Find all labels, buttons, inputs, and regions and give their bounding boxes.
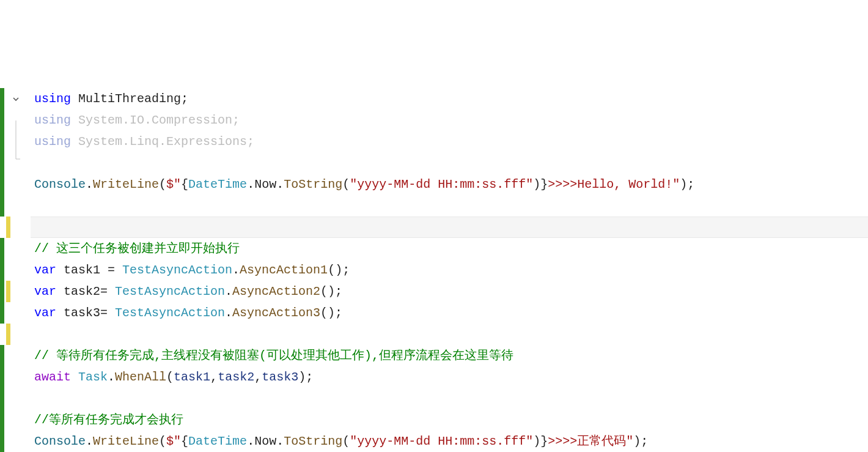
punct-token: .: [86, 177, 93, 191]
code-content[interactable]: var task2= TestAsyncAction.AsyncAction2(…: [31, 281, 342, 302]
code-line[interactable]: [0, 388, 868, 409]
marker-slot: [6, 431, 10, 452]
method-token: WhenAll: [115, 370, 166, 384]
type-token: TestAsyncAction: [115, 306, 225, 320]
gutter: [0, 366, 31, 388]
punct-token: .: [86, 434, 93, 448]
code-content[interactable]: var task1 = TestAsyncAction.AsyncAction1…: [31, 259, 350, 281]
local-token: task3: [262, 370, 298, 384]
code-line[interactable]: //等所有任务完成才会执行: [0, 409, 868, 431]
change-marker: [0, 131, 4, 152]
change-marker: [0, 174, 4, 195]
keyword-token: using: [34, 113, 71, 127]
code-content[interactable]: await Task.WhenAll(task1,task2,task3);: [31, 366, 313, 388]
marker-slot: [6, 345, 10, 366]
change-marker: [0, 217, 4, 238]
change-marker: [0, 109, 4, 131]
space-token: [71, 370, 78, 384]
punct-token: (: [159, 177, 166, 191]
marker-slot: [6, 88, 10, 109]
punct-token: (: [159, 434, 166, 448]
change-marker: [0, 366, 4, 388]
code-line[interactable]: // 等待所有任务完成,主线程没有被阻塞(可以处理其他工作),但程序流程会在这里…: [0, 345, 868, 366]
code-line[interactable]: [0, 324, 868, 345]
gutter: [0, 217, 31, 238]
code-line[interactable]: [0, 152, 868, 174]
change-marker: [0, 281, 4, 302]
change-marker: [0, 195, 4, 217]
code-content[interactable]: using MultiThreading;: [31, 88, 188, 109]
code-line[interactable]: [0, 195, 868, 217]
code-line[interactable]: var task1 = TestAsyncAction.AsyncAction1…: [0, 259, 868, 281]
gutter: [0, 302, 31, 324]
keyword-token: using: [34, 92, 71, 106]
fold-toggle-icon[interactable]: [10, 95, 21, 103]
string-token: $": [166, 434, 181, 448]
type-token: DateTime: [188, 177, 247, 191]
code-content[interactable]: using System.Linq.Expressions;: [31, 131, 254, 152]
code-line[interactable]: Console.WriteLine($"{DateTime.Now.ToStri…: [0, 174, 868, 195]
code-content[interactable]: using System.IO.Compression;: [31, 109, 240, 131]
method-token: AsyncAction3: [232, 306, 320, 320]
change-marker: [0, 388, 4, 409]
string-token: $": [166, 177, 181, 191]
comment-token: // 等待所有任务完成,主线程没有被阻塞(可以处理其他工作),但程序流程会在这里…: [34, 349, 513, 363]
keyword-token: using: [34, 135, 71, 149]
code-line[interactable]: using System.Linq.Expressions;: [0, 131, 868, 152]
code-content[interactable]: var task3= TestAsyncAction.AsyncAction3(…: [31, 302, 342, 324]
type-token: DateTime: [188, 434, 247, 448]
code-line[interactable]: var task3= TestAsyncAction.AsyncAction3(…: [0, 302, 868, 324]
type-token: Console: [34, 177, 86, 191]
punct-token: .: [225, 284, 232, 298]
gutter: [0, 431, 31, 452]
code-content[interactable]: Console.WriteLine($"{DateTime.Now.ToStri…: [31, 431, 648, 452]
punct-token: }: [540, 434, 548, 448]
marker-slot: [6, 174, 10, 195]
gutter: [0, 345, 31, 366]
code-line[interactable]: await Task.WhenAll(task1,task2,task3);: [0, 366, 868, 388]
marker-slot: [6, 366, 10, 388]
marker-slot: [6, 388, 10, 409]
gutter: [0, 131, 31, 152]
local-token: task2: [218, 370, 254, 384]
punct-token: .: [276, 177, 284, 191]
string-token: "yyyy-MM-dd HH:mm:ss.fff": [350, 434, 533, 448]
marker-slot: [6, 238, 10, 259]
code-line[interactable]: Console.WriteLine($"{DateTime.Now.ToStri…: [0, 431, 868, 452]
code-line[interactable]: using MultiThreading;: [0, 88, 868, 109]
code-editor[interactable]: using MultiThreading; using System.IO.Co…: [0, 86, 868, 452]
text-token: task1 =: [56, 263, 122, 277]
punct-token: ): [533, 434, 540, 448]
punct-token: ): [533, 177, 540, 191]
code-line[interactable]: var task2= TestAsyncAction.AsyncAction2(…: [0, 281, 868, 302]
code-line[interactable]: using System.IO.Compression;: [0, 109, 868, 131]
code-content[interactable]: // 等待所有任务完成,主线程没有被阻塞(可以处理其他工作),但程序流程会在这里…: [31, 345, 513, 366]
code-line-current[interactable]: [0, 217, 868, 238]
code-line[interactable]: // 这三个任务被创建并立即开始执行: [0, 238, 868, 259]
keyword-token: var: [34, 284, 56, 298]
gutter: [0, 174, 31, 195]
text-token: task2=: [56, 284, 115, 298]
change-marker: [0, 259, 4, 281]
method-token: ToString: [284, 434, 342, 448]
punct-token: .: [225, 306, 232, 320]
text-token: MultiThreading;: [71, 92, 188, 106]
type-token: Task: [78, 370, 108, 384]
pending-marker: [6, 324, 10, 345]
punct-token: (: [342, 177, 350, 191]
punct-token: (: [166, 370, 174, 384]
punct-token: ();: [320, 306, 342, 320]
punct-token: );: [633, 434, 648, 448]
code-content[interactable]: //等所有任务完成才会执行: [31, 409, 183, 431]
code-content[interactable]: Console.WriteLine($"{DateTime.Now.ToStri…: [31, 174, 694, 195]
punct-token: }: [540, 177, 548, 191]
gutter: [0, 409, 31, 431]
punct-token: (: [342, 434, 350, 448]
pending-marker: [6, 217, 10, 238]
comment-token: // 这三个任务被创建并立即开始执行: [34, 242, 240, 256]
marker-slot: [6, 152, 10, 174]
string-token: >>>>正常代码": [548, 434, 633, 448]
gutter: [0, 259, 31, 281]
code-content[interactable]: // 这三个任务被创建并立即开始执行: [31, 238, 240, 259]
method-token: WriteLine: [93, 434, 159, 448]
